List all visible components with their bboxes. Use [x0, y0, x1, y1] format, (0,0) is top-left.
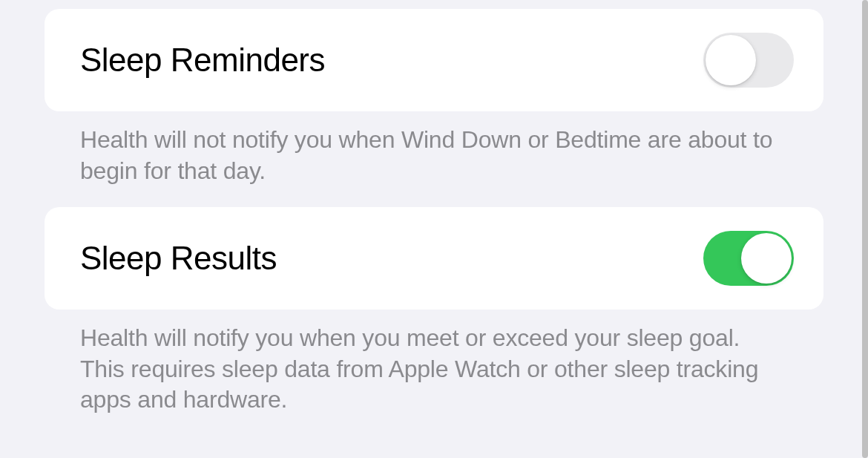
toggle-knob [706, 35, 756, 85]
settings-container: Sleep Reminders Health will not notify y… [0, 0, 868, 436]
scrollbar[interactable] [862, 0, 868, 458]
sleep-reminders-description: Health will not notify you when Wind Dow… [45, 111, 823, 207]
sleep-reminders-row: Sleep Reminders [45, 9, 823, 111]
sleep-reminders-label: Sleep Reminders [80, 42, 325, 79]
toggle-knob [741, 233, 792, 284]
sleep-results-label: Sleep Results [80, 240, 277, 277]
sleep-results-toggle[interactable] [703, 231, 794, 286]
sleep-reminders-toggle[interactable] [703, 33, 794, 88]
sleep-results-row: Sleep Results [45, 207, 823, 310]
sleep-results-description: Health will notify you when you meet or … [45, 310, 823, 436]
